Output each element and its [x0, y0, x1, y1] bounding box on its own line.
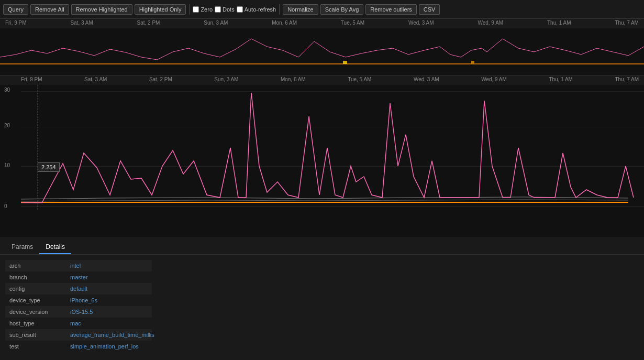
- mlabel-1: Fri, 9 PM: [21, 77, 42, 84]
- scale-by-avg-button[interactable]: Scale By Avg: [320, 4, 364, 15]
- detail-value: mac: [68, 320, 83, 326]
- svg-rect-0: [343, 61, 347, 64]
- main-chart-time-labels: Fri, 9 PM Sat, 3 AM Sat, 2 PM Sun, 3 AM …: [0, 75, 644, 85]
- detail-key: device_version: [5, 309, 68, 315]
- overview-svg: [0, 28, 644, 66]
- auto-refresh-label: Auto-refresh: [245, 6, 276, 13]
- separator2: [279, 4, 280, 15]
- detail-value: iPhone_6s: [68, 297, 99, 303]
- detail-key: device_type: [5, 297, 68, 303]
- dots-checkbox-group[interactable]: Dots: [215, 6, 235, 13]
- mlabel-9: Thu, 1 AM: [549, 77, 573, 84]
- auto-refresh-checkbox-group[interactable]: Auto-refresh: [237, 6, 276, 13]
- mlabel-5: Mon, 6 AM: [281, 77, 306, 84]
- detail-key: config: [5, 286, 68, 292]
- main-chart-canvas: 30 20 10 0: [0, 85, 644, 227]
- overview-time-labels: Fri, 9 PM Sat, 3 AM Sat, 2 PM Sun, 3 AM …: [0, 19, 644, 28]
- detail-row: archintel: [5, 260, 152, 271]
- main-chart-svg: [0, 85, 644, 227]
- remove-all-button[interactable]: Remove All: [30, 4, 69, 15]
- detail-value: iOS-15.5: [68, 309, 95, 315]
- zero-checkbox-group[interactable]: Zero: [193, 6, 213, 13]
- detail-value: average_frame_build_time_millis: [68, 332, 157, 338]
- ovlabel-5: Mon, 6 AM: [272, 20, 297, 27]
- overview-chart[interactable]: [0, 28, 644, 75]
- detail-key: arch: [5, 263, 68, 269]
- mlabel-4: Sun, 3 AM: [214, 77, 238, 84]
- ovlabel-10: Thu, 7 AM: [615, 20, 639, 27]
- ovlabel-8: Wed, 9 AM: [478, 20, 503, 27]
- remove-highlighted-button[interactable]: Remove Highlighted: [71, 4, 132, 15]
- detail-key: test: [5, 343, 68, 350]
- remove-outliers-button[interactable]: Remove outliers: [365, 4, 416, 15]
- csv-button[interactable]: CSV: [419, 4, 440, 15]
- detail-row: configdefault: [5, 283, 152, 294]
- ovlabel-6: Tue, 5 AM: [341, 20, 364, 27]
- ovlabel-2: Sat, 3 AM: [70, 20, 93, 27]
- detail-key: sub_result: [5, 332, 68, 338]
- detail-row: device_typeiPhone_6s: [5, 294, 152, 306]
- auto-refresh-checkbox[interactable]: [237, 6, 243, 13]
- zero-label: Zero: [201, 6, 213, 13]
- detail-row: branchmaster: [5, 271, 152, 283]
- detail-key: host_type: [5, 320, 68, 326]
- normalize-button[interactable]: Normalize: [283, 4, 318, 15]
- ovlabel-3: Sat, 2 PM: [137, 20, 160, 27]
- ovlabel-7: Wed, 3 AM: [408, 20, 434, 27]
- detail-row: host_typemac: [5, 318, 152, 329]
- dots-label: Dots: [223, 6, 235, 13]
- chart-container: Fri, 9 PM Sat, 3 AM Sat, 2 PM Sun, 3 AM …: [0, 19, 644, 237]
- tab-bar: Params Details: [0, 237, 644, 255]
- mlabel-6: Tue, 5 AM: [348, 77, 371, 84]
- detail-row: testsimple_animation_perf_ios: [5, 341, 152, 352]
- details-panel: archintelbranchmasterconfigdefaultdevice…: [0, 255, 157, 357]
- overview-canvas: [0, 28, 644, 66]
- detail-value: master: [68, 274, 90, 280]
- main-chart[interactable]: 30 20 10 0: [0, 85, 644, 237]
- detail-value: simple_animation_perf_ios: [68, 343, 141, 350]
- ovlabel-9: Thu, 1 AM: [547, 20, 571, 27]
- detail-row: sub_resultaverage_frame_build_time_milli…: [5, 329, 152, 341]
- svg-rect-1: [471, 61, 474, 63]
- tab-params[interactable]: Params: [5, 241, 39, 254]
- query-button[interactable]: Query: [3, 4, 28, 15]
- separator: [189, 4, 190, 15]
- detail-value: intel: [68, 263, 83, 269]
- mlabel-8: Wed, 9 AM: [481, 77, 507, 84]
- zero-checkbox[interactable]: [193, 6, 199, 13]
- detail-row: device_versioniOS-15.5: [5, 306, 152, 318]
- detail-key: branch: [5, 274, 68, 280]
- ovlabel-4: Sun, 3 AM: [204, 20, 228, 27]
- tab-details[interactable]: Details: [39, 241, 71, 254]
- mlabel-3: Sat, 2 PM: [149, 77, 172, 84]
- toolbar: Query Remove All Remove Highlighted High…: [0, 0, 644, 19]
- mlabel-10: Thu, 7 AM: [615, 77, 639, 84]
- dots-checkbox[interactable]: [215, 6, 221, 13]
- ovlabel-1: Fri, 9 PM: [5, 20, 27, 27]
- mlabel-2: Sat, 3 AM: [84, 77, 107, 84]
- mlabel-7: Wed, 3 AM: [414, 77, 439, 84]
- highlighted-only-button[interactable]: Highlighted Only: [135, 4, 186, 15]
- detail-value: default: [68, 286, 90, 292]
